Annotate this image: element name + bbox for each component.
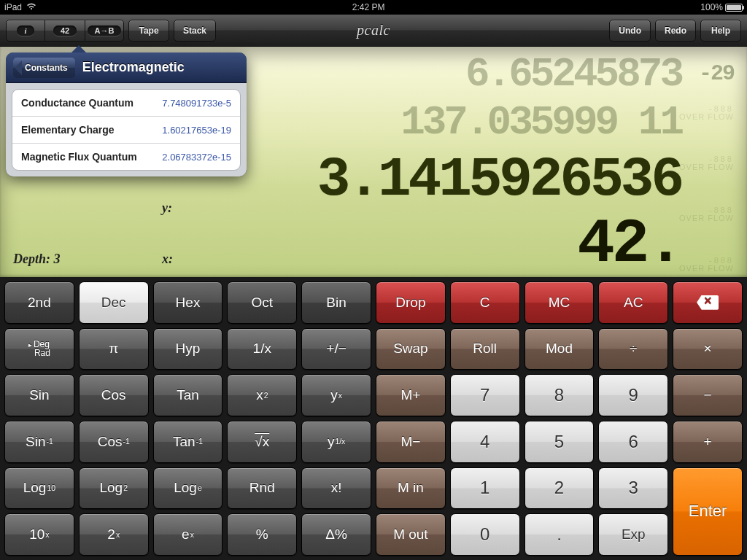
- wifi-icon: [26, 2, 36, 12]
- ghost-indicators: -888OVER FLOW -888OVER FLOW -888OVER FLO…: [679, 105, 734, 273]
- constant-row[interactable]: Elementary Charge1.60217653e-19: [12, 117, 240, 144]
- toolbar: i 42 A→B Tape Stack pcalc Undo Redo Help: [0, 15, 747, 47]
- key-atan[interactable]: Tan-1: [153, 421, 223, 463]
- backspace-icon: [697, 295, 719, 310]
- stack-line-2: 137.035999 11: [400, 99, 681, 146]
- key-acos[interactable]: Cos-1: [79, 421, 149, 463]
- tape-button[interactable]: Tape: [128, 20, 169, 42]
- key-0[interactable]: 0: [450, 513, 520, 556]
- key-plus[interactable]: +: [673, 421, 743, 463]
- key-delta-percent[interactable]: Δ%: [301, 513, 371, 556]
- key-log2[interactable]: Log2: [79, 467, 149, 510]
- key-ac[interactable]: AC: [598, 281, 668, 324]
- key-e-to-x[interactable]: ex: [153, 513, 223, 556]
- info-button[interactable]: i: [6, 20, 45, 42]
- battery-pct: 100%: [700, 2, 723, 12]
- key-log10[interactable]: Log10: [4, 467, 74, 510]
- key-deg-rad[interactable]: ▸DegRad: [4, 328, 74, 370]
- key-divide[interactable]: ÷: [598, 328, 668, 370]
- key-m-out[interactable]: M out: [376, 513, 446, 556]
- key-decimal[interactable]: .: [525, 513, 595, 556]
- key-1[interactable]: 1: [450, 467, 520, 510]
- key-plus-minus[interactable]: +/−: [301, 328, 371, 370]
- key-ln[interactable]: Loge: [153, 467, 223, 510]
- redo-button[interactable]: Redo: [655, 20, 696, 42]
- key-asin[interactable]: Sin-1: [4, 421, 74, 463]
- key-percent[interactable]: %: [227, 513, 297, 556]
- keyboard: 2nd Dec Hex Oct Bin Drop C MC AC ▸DegRad…: [0, 277, 747, 560]
- x-register: 42.: [577, 209, 681, 277]
- key-enter[interactable]: Enter: [673, 467, 743, 556]
- battery-indicator: 100%: [700, 2, 743, 12]
- key-swap[interactable]: Swap: [376, 328, 446, 370]
- key-x-squared[interactable]: x2: [227, 374, 297, 416]
- key-sqrt[interactable]: √x: [227, 421, 297, 463]
- key-m-in[interactable]: M in: [376, 467, 446, 510]
- key-9[interactable]: 9: [598, 374, 668, 416]
- key-two-to-x[interactable]: 2x: [79, 513, 149, 556]
- key-3[interactable]: 3: [598, 467, 668, 510]
- key-m-plus[interactable]: M+: [376, 374, 446, 416]
- depth-label: Depth: 3: [13, 252, 61, 267]
- key-bin[interactable]: Bin: [301, 281, 371, 324]
- key-dec[interactable]: Dec: [79, 281, 149, 324]
- key-exp[interactable]: Exp: [598, 513, 668, 556]
- key-m-minus[interactable]: M−: [376, 421, 446, 463]
- constants-popover: Constants Electromagnetic Conductance Qu…: [6, 52, 247, 176]
- y-register: 3.1415926536: [317, 149, 681, 211]
- key-mod[interactable]: Mod: [525, 328, 595, 370]
- key-hyp[interactable]: Hyp: [153, 328, 223, 370]
- undo-button[interactable]: Undo: [609, 20, 651, 42]
- key-ten-to-x[interactable]: 10x: [4, 513, 74, 556]
- x-label: x:: [162, 252, 173, 267]
- status-bar: iPad 2:42 PM 100%: [0, 0, 747, 15]
- stack-line-1-exp: -29: [699, 61, 734, 86]
- key-mc[interactable]: MC: [525, 281, 595, 324]
- key-7[interactable]: 7: [450, 374, 520, 416]
- key-2[interactable]: 2: [525, 467, 595, 510]
- key-tan[interactable]: Tan: [153, 374, 223, 416]
- help-button[interactable]: Help: [700, 20, 741, 42]
- constant-row[interactable]: Magnetic Flux Quantum2.06783372e-15: [12, 144, 240, 170]
- popover-title: Electromagnetic: [82, 60, 185, 75]
- clock: 2:42 PM: [352, 2, 385, 12]
- key-drop[interactable]: Drop: [376, 281, 446, 324]
- key-6[interactable]: 6: [598, 421, 668, 463]
- key-y-to-x[interactable]: yx: [301, 374, 371, 416]
- key-cos[interactable]: Cos: [79, 374, 149, 416]
- key-pi[interactable]: π: [79, 328, 149, 370]
- device-label: iPad: [4, 2, 22, 12]
- constant-row[interactable]: Conductance Quantum7.748091733e-5: [12, 90, 240, 117]
- key-4[interactable]: 4: [450, 421, 520, 463]
- key-hex[interactable]: Hex: [153, 281, 223, 324]
- key-8[interactable]: 8: [525, 374, 595, 416]
- key-sin[interactable]: Sin: [4, 374, 74, 416]
- key-2nd[interactable]: 2nd: [4, 281, 74, 324]
- key-factorial[interactable]: x!: [301, 467, 371, 510]
- key-rnd[interactable]: Rnd: [227, 467, 297, 510]
- key-clear[interactable]: C: [450, 281, 520, 324]
- key-xth-root[interactable]: y1/x: [301, 421, 371, 463]
- convert-button[interactable]: A→B: [85, 20, 124, 42]
- battery-icon: [725, 4, 743, 12]
- constants-button[interactable]: 42: [45, 20, 85, 42]
- key-backspace[interactable]: [673, 281, 743, 324]
- popover-back-button[interactable]: Constants: [13, 58, 75, 78]
- stack-line-1: 6.65245873: [465, 51, 681, 98]
- stack-button[interactable]: Stack: [174, 20, 216, 42]
- y-label: y:: [162, 201, 172, 216]
- key-oct[interactable]: Oct: [227, 281, 297, 324]
- key-minus[interactable]: −: [673, 374, 743, 416]
- key-reciprocal[interactable]: 1/x: [227, 328, 297, 370]
- key-multiply[interactable]: ×: [673, 328, 743, 370]
- key-roll[interactable]: Roll: [450, 328, 520, 370]
- key-5[interactable]: 5: [525, 421, 595, 463]
